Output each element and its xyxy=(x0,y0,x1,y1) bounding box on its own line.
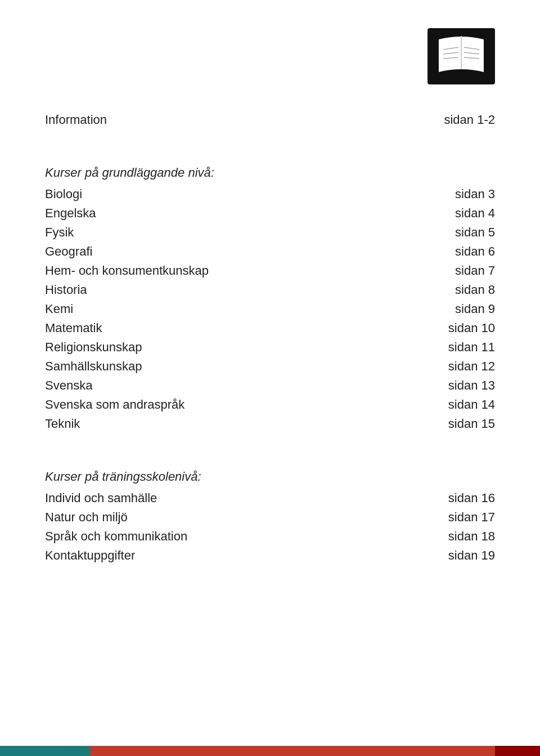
toc-entry: Språk och kommunikationsidan 18 xyxy=(45,529,495,544)
toc-label: Svenska xyxy=(45,378,92,393)
toc-page: sidan 8 xyxy=(455,283,495,297)
toc-label: Religionskunskap xyxy=(45,340,142,355)
header xyxy=(45,28,495,84)
toc-page: sidan 17 xyxy=(448,510,495,525)
section-header: Kurser på grundläggande nivå: xyxy=(45,165,495,180)
toc-label: Geografi xyxy=(45,244,92,259)
toc-entry: Svenskasidan 13 xyxy=(45,378,495,393)
bottom-bar-red xyxy=(90,746,495,756)
toc-page: sidan 18 xyxy=(448,529,495,544)
toc-entry: Natur och miljösidan 17 xyxy=(45,510,495,525)
toc-label: Kontaktuppgifter xyxy=(45,548,135,563)
toc-label: Språk och kommunikation xyxy=(45,529,187,544)
toc-page: sidan 7 xyxy=(455,263,495,278)
bottom-bar-dark-red xyxy=(495,746,540,756)
toc-label: Hem- och konsumentkunskap xyxy=(45,263,209,278)
toc-page: sidan 3 xyxy=(455,187,495,202)
toc-page: sidan 16 xyxy=(448,491,495,506)
toc-label: Teknik xyxy=(45,417,80,431)
toc-page: sidan 6 xyxy=(455,244,495,259)
toc-entry: Historiasidan 8 xyxy=(45,283,495,297)
toc-entry: Svenska som andraspråksidan 14 xyxy=(45,397,495,412)
toc-entry: Kontaktuppgiftersidan 19 xyxy=(45,548,495,563)
toc-label: Kemi xyxy=(45,302,73,316)
toc-label: Samhällskunskap xyxy=(45,359,142,374)
toc-entry: Individ och samhällesidan 16 xyxy=(45,491,495,506)
toc-page: sidan 19 xyxy=(448,548,495,563)
toc-page: sidan 4 xyxy=(455,206,495,221)
toc-page: sidan 14 xyxy=(448,397,495,412)
toc-label: Information xyxy=(45,113,107,127)
toc-page: sidan 10 xyxy=(448,321,495,335)
toc-entry: Kemisidan 9 xyxy=(45,302,495,316)
toc-entry: Hem- och konsumentkunskapsidan 7 xyxy=(45,263,495,278)
toc-entry: Matematiksidan 10 xyxy=(45,321,495,335)
toc-page: sidan 12 xyxy=(448,359,495,374)
toc-page: sidan 11 xyxy=(448,340,495,355)
toc-label: Svenska som andraspråk xyxy=(45,397,184,412)
toc-page: sidan 9 xyxy=(455,302,495,316)
toc-page: sidan 15 xyxy=(448,417,495,431)
toc-entry: Religionskunskapsidan 11 xyxy=(45,340,495,355)
bottom-bar-teal xyxy=(0,746,90,756)
toc-page: sidan 1-2 xyxy=(444,113,495,127)
toc-label: Matematik xyxy=(45,321,102,335)
toc-entry: Samhällskunskapsidan 12 xyxy=(45,359,495,374)
toc-entry: Tekniksidan 15 xyxy=(45,417,495,431)
toc-container: Informationsidan 1-2Kurser på grundlägga… xyxy=(45,113,495,563)
section-header: Kurser på träningsskolenivå: xyxy=(45,469,495,484)
toc-page: sidan 5 xyxy=(455,225,495,240)
toc-label: Biologi xyxy=(45,187,82,202)
toc-label: Natur och miljö xyxy=(45,510,128,525)
toc-entry: Informationsidan 1-2 xyxy=(45,113,495,127)
toc-page: sidan 13 xyxy=(448,378,495,393)
toc-label: Historia xyxy=(45,283,87,297)
toc-label: Engelska xyxy=(45,206,96,221)
toc-entry: Engelskasidan 4 xyxy=(45,206,495,221)
toc-label: Individ och samhälle xyxy=(45,491,157,506)
bottom-bar xyxy=(0,746,540,756)
toc-entry: Biologisidan 3 xyxy=(45,187,495,202)
toc-entry: Geografisidan 6 xyxy=(45,244,495,259)
toc-entry: Fysiksidan 5 xyxy=(45,225,495,240)
book-icon xyxy=(428,28,495,84)
toc-label: Fysik xyxy=(45,225,74,240)
